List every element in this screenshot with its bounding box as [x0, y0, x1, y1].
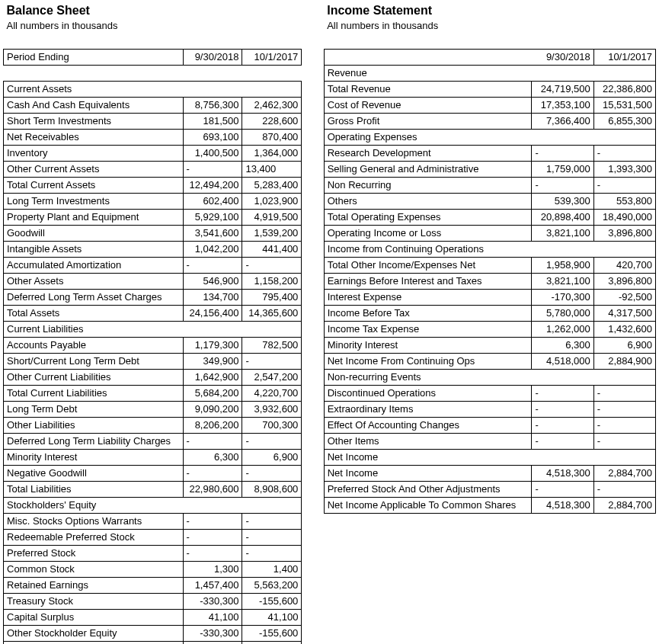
cell: 539,300 [532, 194, 593, 210]
section-header: Revenue [324, 66, 532, 82]
cell [593, 370, 655, 386]
table-row: Current Assets [4, 82, 324, 98]
table-row: Stockholders' Equity [4, 498, 324, 514]
cell: - [183, 258, 242, 274]
cell: 1,400,500 [183, 146, 242, 162]
table-row: Others539,300553,800 [324, 194, 655, 210]
cell [242, 322, 302, 338]
cell: 17,353,100 [532, 98, 593, 114]
row-label: Other Current Assets [4, 162, 184, 178]
section-header: Current Liabilities [4, 322, 184, 338]
table-row: Long Term Investments602,4001,023,900 [4, 194, 324, 210]
cell: -170,300 [532, 290, 593, 306]
table-row: Income Before Tax5,780,0004,317,500 [324, 306, 655, 322]
cell: 441,400 [242, 242, 302, 258]
row-label: Extraordinary Items [324, 402, 532, 418]
table-row: Net Income Applicable To Common Shares4,… [324, 498, 655, 514]
cell: 4,220,700 [242, 386, 302, 402]
cell: - [242, 354, 302, 370]
row-label: Research Development [324, 146, 532, 162]
row-label: Preferred Stock [4, 546, 184, 562]
cell: 5,450,100 [242, 642, 302, 645]
row-label: Other Current Liabilities [4, 370, 184, 386]
table-row: Total Other Income/Expenses Net1,958,900… [324, 258, 655, 274]
table-row: Earnings Before Interest and Taxes3,821,… [324, 274, 655, 290]
cell: 1,958,900 [532, 258, 593, 274]
cell: 420,700 [593, 258, 655, 274]
cell: 2,547,200 [242, 370, 302, 386]
cell: 6,900 [593, 338, 655, 354]
cell: 1,300 [183, 562, 242, 578]
cell: 5,283,400 [242, 178, 302, 194]
table-row: Total Assets24,156,40014,365,600 [4, 306, 324, 322]
cell: 1,432,600 [593, 322, 655, 338]
bs-date-0: 9/30/2018 [183, 50, 242, 66]
cell: 24,719,500 [532, 82, 593, 98]
row-label: Redeemable Preferred Stock [4, 530, 184, 546]
cell: 9,090,200 [183, 402, 242, 418]
cell [183, 82, 242, 98]
income-statement-title: Income Statement [324, 3, 532, 18]
cell: - [532, 178, 593, 194]
cell: 5,563,200 [242, 578, 302, 594]
table-row: Operating Income or Loss3,821,1003,896,8… [324, 226, 655, 242]
row-label: Net Income From Continuing Ops [324, 354, 532, 370]
period-ending-label: Period Ending [4, 50, 184, 66]
balance-sheet-title: Balance Sheet [4, 3, 184, 18]
cell: - [593, 418, 655, 434]
table-row: Short/Current Long Term Debt349,900- [4, 354, 324, 370]
table-row: Inventory1,400,5001,364,000 [4, 146, 324, 162]
cell: 41,100 [242, 610, 302, 626]
cell: 3,821,100 [532, 226, 593, 242]
table-row: Cash And Cash Equivalents8,756,3002,462,… [4, 98, 324, 114]
table-row: Redeemable Preferred Stock-- [4, 530, 324, 546]
table-row: Net Receivables693,100870,400 [4, 130, 324, 146]
row-label: Retained Earnings [4, 578, 184, 594]
row-label: Non Recurring [324, 178, 532, 194]
cell: -92,500 [593, 290, 655, 306]
cell: 24,156,400 [183, 306, 242, 322]
table-row: Other Items-- [324, 434, 655, 450]
row-label: Common Stock [4, 562, 184, 578]
table-row: Other Liabilities8,206,200700,300 [4, 418, 324, 434]
row-label: Deferred Long Term Asset Charges [4, 290, 184, 306]
table-row: Short Term Investments181,500228,600 [4, 114, 324, 130]
cell: -330,300 [183, 594, 242, 610]
row-label: Total Other Income/Expenses Net [324, 258, 532, 274]
table-row: Property Plant and Equipment5,929,1004,9… [4, 210, 324, 226]
row-label: Goodwill [4, 226, 184, 242]
row-label: Long Term Investments [4, 194, 184, 210]
table-row: Income Tax Expense1,262,0001,432,600 [324, 322, 655, 338]
page-container: Balance Sheet All numbers in thousands P… [3, 3, 656, 644]
cell [242, 498, 302, 514]
is-date-1: 10/1/2017 [593, 50, 655, 66]
cell: 2,884,900 [593, 354, 655, 370]
row-label: Treasury Stock [4, 594, 184, 610]
cell: 22,386,800 [593, 82, 655, 98]
cell: 20,898,400 [532, 210, 593, 226]
cell: 1,539,200 [242, 226, 302, 242]
cell: 8,206,200 [183, 418, 242, 434]
cell: 5,929,100 [183, 210, 242, 226]
cell: - [593, 482, 655, 498]
cell: 1,393,300 [593, 162, 655, 178]
row-label: Other Assets [4, 274, 184, 290]
row-label: Property Plant and Equipment [4, 210, 184, 226]
cell: -155,600 [242, 626, 302, 642]
table-row: Total Current Liabilities5,684,2004,220,… [4, 386, 324, 402]
cell: - [242, 530, 302, 546]
balance-sheet-table: Balance Sheet All numbers in thousands P… [3, 3, 324, 644]
cell: - [532, 146, 593, 162]
cell: 4,518,300 [532, 466, 593, 482]
cell: 6,900 [242, 450, 302, 466]
table-row: Total Current Assets12,494,2005,283,400 [4, 178, 324, 194]
table-row: Income from Continuing Operations [324, 242, 655, 258]
table-row: Deferred Long Term Asset Charges134,7007… [4, 290, 324, 306]
income-statement-table: Income Statement All numbers in thousand… [324, 3, 656, 514]
cell: 22,980,600 [183, 482, 242, 498]
table-row: Effect Of Accounting Changes-- [324, 418, 655, 434]
cell: - [183, 466, 242, 482]
table-row: Preferred Stock And Other Adjustments-- [324, 482, 655, 498]
table-row: Accounts Payable1,179,300782,500 [4, 338, 324, 354]
cell: 134,700 [183, 290, 242, 306]
